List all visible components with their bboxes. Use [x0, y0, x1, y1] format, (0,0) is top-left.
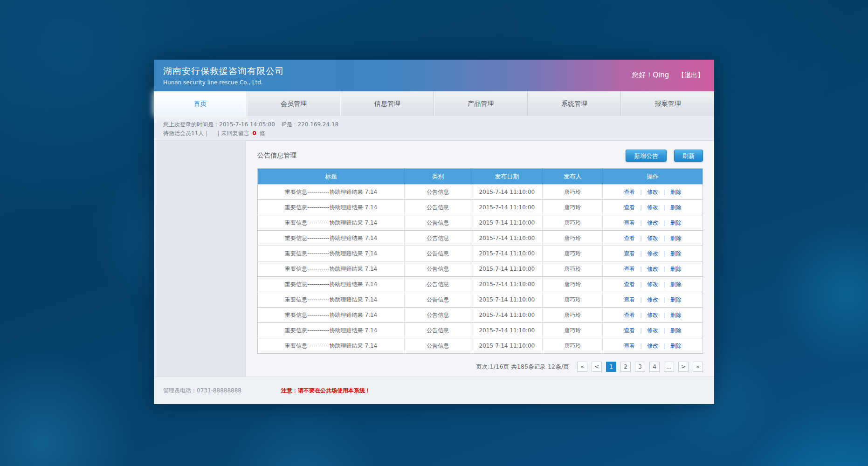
- logout-button[interactable]: 【退出】: [678, 71, 704, 79]
- page-button-page-4[interactable]: 4: [649, 362, 660, 372]
- edit-link[interactable]: 修改: [647, 266, 658, 272]
- content-toolbar: 公告信息管理 新增公告 刷新: [257, 149, 703, 162]
- row-publisher: 唐巧玲: [543, 292, 603, 308]
- delete-link[interactable]: 删除: [670, 204, 682, 211]
- status-separator: ｜: [216, 130, 221, 137]
- page-button-last[interactable]: »: [693, 362, 703, 372]
- column-header-2: 发布日期: [471, 169, 543, 185]
- tab-info[interactable]: 信息管理: [340, 91, 434, 116]
- tab-reports[interactable]: 报案管理: [621, 91, 714, 116]
- content-row: 公告信息管理 新增公告 刷新 标题类别发布日期发布人操作 重要信息-------…: [154, 141, 714, 377]
- edit-link[interactable]: 修改: [647, 281, 658, 288]
- edit-link[interactable]: 修改: [647, 250, 658, 257]
- row-date: 2015-7-14 11:10:00: [471, 261, 543, 277]
- table-row: 重要信息-----------协助理赔结果 7.14公告信息2015-7-14 …: [258, 231, 703, 246]
- delete-link[interactable]: 删除: [670, 296, 682, 303]
- column-header-0: 标题: [258, 169, 405, 185]
- row-publisher: 唐巧玲: [543, 277, 603, 292]
- delete-link[interactable]: 删除: [670, 312, 682, 318]
- add-announcement-button[interactable]: 新增公告: [626, 150, 667, 162]
- view-link[interactable]: 查看: [624, 219, 635, 226]
- page-button-page-3[interactable]: 3: [635, 362, 645, 372]
- row-category: 公告信息: [405, 308, 471, 323]
- user-greeting: 您好！Qing: [632, 71, 669, 79]
- view-link[interactable]: 查看: [624, 327, 635, 334]
- member-status-line: 待激活会员11人｜ ｜未回复留言 0 條: [163, 129, 714, 138]
- edit-link[interactable]: 修改: [647, 312, 658, 318]
- page-title: 公告信息管理: [257, 151, 296, 160]
- action-separator: ｜: [661, 343, 667, 349]
- column-header-1: 类别: [405, 169, 471, 185]
- tab-system[interactable]: 系统管理: [528, 91, 621, 116]
- row-title: 重要信息-----------协助理赔结果 7.14: [258, 185, 405, 200]
- row-date: 2015-7-14 11:10:00: [471, 292, 543, 308]
- page-button-more[interactable]: ...: [664, 362, 674, 372]
- row-title: 重要信息-----------协助理赔结果 7.14: [258, 338, 405, 354]
- row-category: 公告信息: [405, 277, 471, 292]
- row-publisher: 唐巧玲: [543, 246, 603, 261]
- page-button-prev[interactable]: <: [592, 362, 602, 372]
- view-link[interactable]: 查看: [624, 296, 635, 303]
- tab-home[interactable]: 首页: [154, 91, 247, 116]
- action-separator: ｜: [638, 281, 644, 288]
- row-title: 重要信息-----------协助理赔结果 7.14: [258, 200, 405, 215]
- ip-value: 220.169.24.18: [297, 121, 338, 128]
- delete-link[interactable]: 删除: [670, 327, 682, 334]
- table-row: 重要信息-----------协助理赔结果 7.14公告信息2015-7-14 …: [258, 323, 703, 338]
- edit-link[interactable]: 修改: [647, 189, 658, 195]
- view-link[interactable]: 查看: [624, 281, 635, 288]
- view-link[interactable]: 查看: [624, 312, 635, 318]
- edit-link[interactable]: 修改: [647, 204, 658, 211]
- table-row: 重要信息-----------协助理赔结果 7.14公告信息2015-7-14 …: [258, 308, 703, 323]
- delete-link[interactable]: 删除: [670, 219, 682, 226]
- page-button-page-2[interactable]: 2: [620, 362, 631, 372]
- delete-link[interactable]: 删除: [670, 266, 682, 272]
- row-publisher: 唐巧玲: [543, 338, 603, 354]
- delete-link[interactable]: 删除: [670, 281, 682, 288]
- action-separator: ｜: [661, 189, 667, 195]
- row-actions: 查看｜修改｜删除: [603, 338, 703, 354]
- action-separator: ｜: [638, 312, 644, 318]
- view-link[interactable]: 查看: [624, 189, 635, 195]
- delete-link[interactable]: 删除: [670, 235, 682, 241]
- action-separator: ｜: [638, 204, 644, 211]
- edit-link[interactable]: 修改: [647, 343, 658, 349]
- row-actions: 查看｜修改｜删除: [603, 308, 703, 323]
- delete-link[interactable]: 删除: [670, 189, 682, 195]
- view-link[interactable]: 查看: [624, 204, 635, 211]
- row-actions: 查看｜修改｜删除: [603, 185, 703, 200]
- admin-panel: 湖南安行保救援咨询有限公司 Hunan security line rescue…: [154, 60, 714, 404]
- delete-link[interactable]: 删除: [670, 343, 682, 349]
- table-row: 重要信息-----------协助理赔结果 7.14公告信息2015-7-14 …: [258, 292, 703, 308]
- edit-link[interactable]: 修改: [647, 327, 658, 334]
- page-button-page-1[interactable]: 1: [606, 362, 616, 372]
- pagination-buttons: «<1234...>»: [573, 362, 703, 372]
- table-row: 重要信息-----------协助理赔结果 7.14公告信息2015-7-14 …: [258, 200, 703, 215]
- edit-link[interactable]: 修改: [647, 296, 658, 303]
- tab-products[interactable]: 产品管理: [434, 91, 528, 116]
- page-button-first[interactable]: «: [577, 362, 587, 372]
- row-publisher: 唐巧玲: [543, 200, 603, 215]
- view-link[interactable]: 查看: [624, 343, 635, 349]
- view-link[interactable]: 查看: [624, 266, 635, 272]
- row-actions: 查看｜修改｜删除: [603, 292, 703, 308]
- action-separator: ｜: [661, 219, 667, 226]
- action-separator: ｜: [638, 296, 644, 303]
- company-name: 湖南安行保救援咨询有限公司: [163, 65, 284, 77]
- view-link[interactable]: 查看: [624, 250, 635, 257]
- delete-link[interactable]: 删除: [670, 250, 682, 257]
- row-category: 公告信息: [405, 292, 471, 308]
- edit-link[interactable]: 修改: [647, 235, 658, 241]
- brand-block: 湖南安行保救援咨询有限公司 Hunan security line rescue…: [163, 65, 284, 86]
- action-separator: ｜: [661, 327, 667, 334]
- edit-link[interactable]: 修改: [647, 219, 658, 226]
- company-name-en: Hunan security line rescue Co., Ltd.: [163, 79, 284, 86]
- admin-phone: 管理员电话：0731-88888888: [163, 387, 281, 395]
- page-button-next[interactable]: >: [678, 362, 689, 372]
- refresh-button[interactable]: 刷新: [674, 150, 703, 162]
- action-separator: ｜: [661, 250, 667, 257]
- tab-members[interactable]: 会员管理: [247, 91, 341, 116]
- pagination-bar: 页次:1/16页 共185条记录 12条/页 «<1234...>»: [257, 362, 703, 372]
- view-link[interactable]: 查看: [624, 235, 635, 241]
- row-publisher: 唐巧玲: [543, 215, 603, 231]
